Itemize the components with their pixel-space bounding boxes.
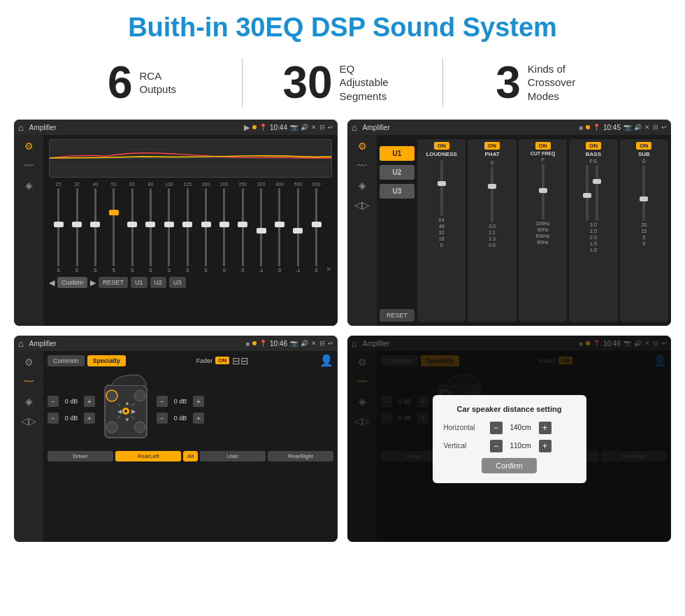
eq-slider-13[interactable] xyxy=(297,188,299,266)
eq-reset-btn[interactable]: RESET xyxy=(99,277,128,288)
sub-toggle[interactable]: ON xyxy=(636,142,651,150)
eq-slider-5[interactable] xyxy=(150,188,152,266)
eq-slider-11[interactable] xyxy=(260,188,262,266)
home-icon-2[interactable]: ⌂ xyxy=(352,122,357,133)
vertical-value: 110cm xyxy=(507,442,535,450)
svg-text:◀: ◀ xyxy=(117,408,122,415)
eq-next-icon[interactable]: ▶ xyxy=(90,278,96,287)
crossover-speaker-icon[interactable]: ◈ xyxy=(359,180,366,191)
cutfreq-toggle[interactable]: ON xyxy=(535,142,551,150)
fader-filter-icon[interactable]: ⚙ xyxy=(24,357,34,368)
svg-rect-13 xyxy=(642,165,645,221)
close-icon-2[interactable]: ✕ xyxy=(644,124,650,131)
eq-slider-7[interactable] xyxy=(187,188,189,266)
eq-slider-2[interactable] xyxy=(94,188,96,266)
fader-wave-icon[interactable]: 〰 xyxy=(24,376,34,387)
eq-slider-3[interactable] xyxy=(113,188,115,266)
eq-more-icon[interactable]: » xyxy=(326,265,331,273)
eq-slider-8[interactable] xyxy=(205,188,207,266)
stat-eq-number: 30 xyxy=(282,60,332,105)
eq-u1-btn[interactable]: U1 xyxy=(131,277,147,288)
fader-tr-plus[interactable]: + xyxy=(193,396,204,407)
fader-tr-minus[interactable]: − xyxy=(157,396,168,407)
u2-btn[interactable]: U2 xyxy=(380,165,414,180)
fader-label: Fader xyxy=(196,357,213,364)
loudness-toggle[interactable]: ON xyxy=(434,142,449,150)
close-icon-1[interactable]: ✕ xyxy=(311,124,317,131)
eq-slider-14[interactable] xyxy=(315,188,317,266)
eq-slider-0[interactable] xyxy=(57,188,59,266)
fader-sliders-icon[interactable]: ⊟⊟ xyxy=(232,355,249,366)
eq-u3-btn[interactable]: U3 xyxy=(169,277,186,288)
common-tab[interactable]: Common xyxy=(48,355,85,366)
fader-row-bl: − 0 dB + xyxy=(48,413,95,424)
u3-btn[interactable]: U3 xyxy=(380,184,414,199)
fader-vol-icon[interactable]: ◁▷ xyxy=(21,415,36,427)
minimize-icon-2[interactable]: ⊟ xyxy=(653,124,658,131)
close-icon-3[interactable]: ✕ xyxy=(311,340,317,347)
eq-u2-btn[interactable]: U2 xyxy=(150,277,167,288)
fader-speaker-icon[interactable]: ◈ xyxy=(25,396,33,407)
screens-grid: ⌂ Amplifier ▶ 📍 10:44 📷 🔊 ✕ ⊟ ↩ ⚙ 〰 ◈ xyxy=(0,120,685,552)
camera-icon: 📷 xyxy=(290,124,298,131)
back-icon-2[interactable]: ↩ xyxy=(661,124,667,131)
back-icon-1[interactable]: ↩ xyxy=(328,124,333,131)
eq-prev-icon[interactable]: ◀ xyxy=(49,278,55,287)
svg-text:▼: ▼ xyxy=(124,417,130,423)
eq-col-9: 200 0 xyxy=(216,182,232,273)
fader-tl-plus[interactable]: + xyxy=(84,396,95,407)
crossover-reset-btn[interactable]: RESET xyxy=(380,309,414,322)
panel-bass: ON BASS FG 3.0 2.5 2.0 xyxy=(569,139,617,322)
rearleft-btn[interactable]: RearLeft xyxy=(115,451,181,461)
crossover-wave-icon[interactable]: 〰 xyxy=(357,160,367,171)
confirm-button[interactable]: Confirm xyxy=(482,458,537,473)
minimize-icon-3[interactable]: ⊟ xyxy=(319,340,325,347)
minimize-icon-1[interactable]: ⊟ xyxy=(319,124,325,131)
home-icon-3[interactable]: ⌂ xyxy=(18,338,24,349)
fader-br-plus[interactable]: + xyxy=(193,413,204,424)
panel-sub: ON SUB G 20 15 5 0 xyxy=(620,139,668,322)
back-icon-3[interactable]: ↩ xyxy=(328,340,333,347)
eq-speaker-icon[interactable]: ◈ xyxy=(25,180,33,191)
bass-toggle[interactable]: ON xyxy=(586,142,601,150)
crossover-main: U1 U2 U3 RESET ON LOUDNESS xyxy=(380,139,668,322)
eq-slider-9[interactable] xyxy=(223,188,225,266)
fader-bl-plus[interactable]: + xyxy=(84,413,95,424)
specialty-tab[interactable]: Specialty xyxy=(87,355,127,366)
eq-slider-1[interactable] xyxy=(76,188,78,266)
eq-slider-4[interactable] xyxy=(131,188,134,266)
u1-btn[interactable]: U1 xyxy=(380,146,414,161)
fader-screen-title: Amplifier xyxy=(29,340,243,348)
svg-rect-5 xyxy=(491,166,493,222)
home-icon[interactable]: ⌂ xyxy=(18,122,24,133)
eq-slider-12[interactable] xyxy=(278,188,280,266)
eq-filter-icon[interactable]: ⚙ xyxy=(24,141,34,152)
eq-wave-icon[interactable]: 〰 xyxy=(24,160,34,171)
eq-sliders: 25 0 32 0 40 xyxy=(49,182,332,273)
crossover-vol-icon[interactable]: ◁▷ xyxy=(354,199,370,210)
crossover-filter-icon[interactable]: ⚙ xyxy=(358,141,367,152)
fader-bl-minus[interactable]: − xyxy=(48,413,59,424)
horizontal-minus-btn[interactable]: − xyxy=(490,422,503,434)
fader-main: − 0 dB + − 0 dB + xyxy=(48,371,333,448)
fader-br-minus[interactable]: − xyxy=(157,413,168,424)
fader-tl-minus[interactable]: − xyxy=(48,396,59,407)
play-icon[interactable]: ▶ xyxy=(244,123,250,132)
rearright-btn[interactable]: RearRight xyxy=(268,451,333,461)
driver-btn[interactable]: Driver xyxy=(48,451,113,461)
fader-driver-label xyxy=(48,464,53,466)
fader-content: Common Specialty Fader ON ⊟⊟ 👤 − xyxy=(43,351,338,542)
eq-slider-6[interactable] xyxy=(168,188,170,266)
fader-left-values: − 0 dB + − 0 dB + xyxy=(48,396,95,424)
stat-eq: 30 EQ AdjustableSegments xyxy=(243,60,442,105)
user-btn[interactable]: User xyxy=(200,451,266,461)
eq-slider-10[interactable] xyxy=(242,188,244,266)
all-btn[interactable]: All xyxy=(183,451,198,461)
eq-custom-btn[interactable]: Custom xyxy=(57,277,87,288)
phat-toggle[interactable]: ON xyxy=(484,142,500,150)
vertical-minus-btn[interactable]: − xyxy=(490,440,503,452)
eq-col-12: 400 0 xyxy=(271,182,287,273)
vertical-plus-btn[interactable]: + xyxy=(539,440,551,452)
eq-col-14: 630 0 xyxy=(308,182,324,273)
horizontal-plus-btn[interactable]: + xyxy=(539,422,551,434)
